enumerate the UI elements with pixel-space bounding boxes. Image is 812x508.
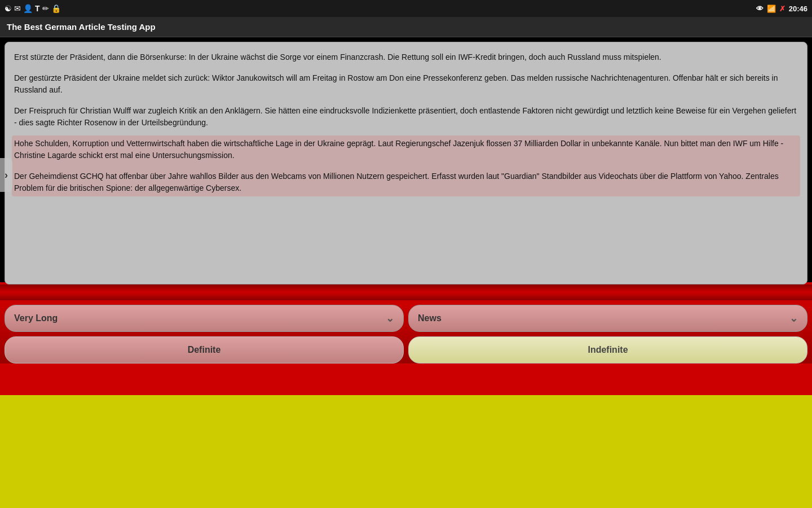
icon-mail: ✉ xyxy=(14,4,21,13)
icon-user: 👤 xyxy=(23,4,33,13)
definite-button[interactable]: Definite xyxy=(5,336,404,364)
news-label: News xyxy=(418,313,442,323)
status-bar: ☯ ✉ 👤 T ✏ 🔒 👁 📶 ✗ 20:46 xyxy=(0,0,812,17)
very-long-label: Very Long xyxy=(14,313,58,323)
eye-icon: 👁 xyxy=(756,5,764,13)
paragraph-4: Hohe Schulden, Korruption und Vetternwir… xyxy=(14,138,798,161)
definite-label: Definite xyxy=(188,345,221,355)
flag-yellow-stripe xyxy=(0,395,812,508)
red-divider-band xyxy=(0,284,812,300)
buttons-section: Very Long ⌄ News ⌄ Definite Indefinite xyxy=(0,300,812,364)
indefinite-button[interactable]: Indefinite xyxy=(408,336,807,364)
icon-pencil: ✏ xyxy=(42,4,49,13)
chevron-down-icon-2: ⌄ xyxy=(789,312,798,325)
answer-row: Definite Indefinite xyxy=(5,336,807,364)
paragraph-5: Der Geheimdienst GCHQ hat offenbar über … xyxy=(14,170,798,194)
paragraph-2: Der gestürzte Präsident der Ukraine meld… xyxy=(14,72,798,96)
wifi-icon: 📶 xyxy=(767,5,776,13)
dropdown-row: Very Long ⌄ News ⌄ xyxy=(5,305,807,332)
icon-t: T xyxy=(35,4,40,13)
news-dropdown[interactable]: News ⌄ xyxy=(408,305,807,332)
icon-yin-yang: ☯ xyxy=(5,4,12,13)
indefinite-label: Indefinite xyxy=(588,345,628,355)
clock: 20:46 xyxy=(789,5,807,13)
very-long-dropdown[interactable]: Very Long ⌄ xyxy=(5,305,404,332)
status-left-icons: ☯ ✉ 👤 T ✏ 🔒 xyxy=(5,4,61,13)
paragraph-1: Erst stürzte der Präsident, dann die Bör… xyxy=(14,51,798,63)
paragraph-3: Der Freispruch für Christian Wulff war z… xyxy=(14,105,798,129)
chevron-down-icon-1: ⌄ xyxy=(386,312,394,325)
next-arrow-button[interactable]: › xyxy=(0,158,12,192)
battery-x-icon: ✗ xyxy=(779,5,785,13)
app-title: The Best German Article Testing App xyxy=(7,22,156,32)
article-content[interactable]: Erst stürzte der Präsident, dann die Bör… xyxy=(5,42,807,284)
highlighted-section: Hohe Schulden, Korruption und Vetternwir… xyxy=(12,135,800,196)
chevron-right-icon: › xyxy=(5,169,8,181)
title-bar: The Best German Article Testing App xyxy=(0,17,812,37)
icon-lock: 🔒 xyxy=(51,4,61,13)
status-right-area: 👁 📶 ✗ 20:46 xyxy=(756,5,807,13)
